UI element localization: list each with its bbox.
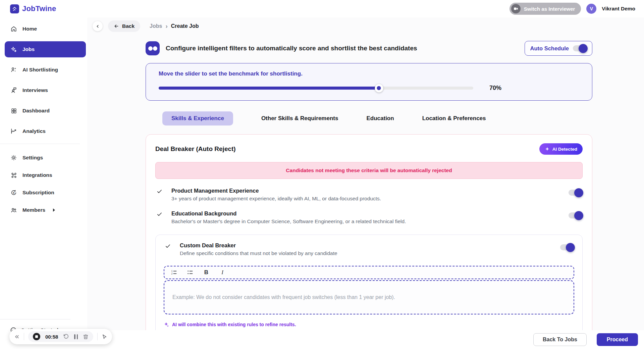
ai-note-text: AI will combine this with existing rules… — [172, 322, 296, 327]
sidebar-item-label: Settings — [22, 155, 43, 161]
sidebar-item-home[interactable]: Home — [0, 21, 86, 37]
item-title: Educational Background — [171, 210, 562, 217]
recorder-divider — [97, 333, 98, 340]
auto-reject-warning: Candidates not meeting these criteria wi… — [155, 162, 583, 179]
sidebar-item-members[interactable]: Members — [0, 202, 86, 218]
delete-recording-icon[interactable] — [83, 334, 89, 340]
user-name: Vikrant Demo — [602, 6, 635, 12]
gear-icon — [10, 154, 17, 161]
sidebar-item-analytics[interactable]: Analytics — [0, 123, 86, 139]
item-title: Product Management Experience — [171, 188, 562, 194]
benchmark-value: 70% — [489, 85, 501, 92]
sidebar-item-label: Integrations — [22, 172, 52, 178]
benchmark-panel: Move the slider to set the benchmark for… — [146, 63, 592, 101]
sidebar-item-label: Members — [22, 207, 45, 213]
person-sparkle-icon — [10, 66, 17, 73]
deal-breaker-item: Custom Deal Breaker Define specific cond… — [164, 242, 574, 256]
benchmark-slider[interactable] — [159, 87, 473, 90]
screen-recorder-toolbar: 00:58 — [9, 329, 112, 344]
stop-recording-button[interactable] — [33, 333, 40, 340]
sidebar-item-integrations[interactable]: Integrations — [0, 167, 86, 183]
item-toggle[interactable] — [569, 212, 583, 218]
chart-line-icon — [10, 128, 17, 135]
custom-deal-breaker-card: Custom Deal Breaker Define specific cond… — [155, 235, 583, 338]
bullet-list-button[interactable] — [186, 269, 194, 276]
proceed-button[interactable]: Proceed — [597, 333, 638, 346]
restart-recording-icon[interactable] — [63, 334, 69, 340]
auto-schedule-control[interactable]: Auto Schedule — [525, 41, 592, 56]
collapse-recorder-icon[interactable] — [14, 334, 20, 339]
check-icon — [157, 211, 164, 225]
chevron-right-icon — [53, 208, 55, 212]
breadcrumb-current: Create Job — [171, 23, 199, 29]
sidebar: Home Jobs AI Shortlisting Interviews Das… — [0, 17, 87, 349]
main-content: Back Jobs › Create Job Configure intelli… — [87, 17, 644, 349]
sidebar-item-label: Dashboard — [22, 108, 50, 114]
back-button[interactable]: Back — [108, 20, 140, 32]
breadcrumb-jobs[interactable]: Jobs — [150, 23, 162, 29]
cursor-pointer-icon[interactable] — [102, 334, 107, 340]
sidebar-item-jobs[interactable]: Jobs — [5, 41, 86, 57]
sidebar-bottom-divider — [0, 319, 70, 319]
check-icon — [165, 243, 172, 256]
breadcrumb-separator: › — [165, 22, 167, 30]
slider-fill — [159, 87, 379, 90]
slider-thumb[interactable] — [375, 84, 383, 92]
tab-skills-experience[interactable]: Skills & Experience — [162, 111, 233, 126]
sidebar-divider — [0, 144, 80, 144]
sidebar-item-label: Home — [22, 26, 37, 32]
sidebar-item-dashboard[interactable]: Dashboard — [0, 103, 86, 119]
switch-button-label: Switch as Interviewer — [524, 6, 575, 12]
item-toggle[interactable] — [569, 190, 583, 196]
deal-breaker-title: Deal Breaker (Auto Reject) — [155, 145, 236, 153]
members-icon — [10, 207, 17, 213]
brand-logo: JobTwine — [10, 4, 56, 13]
sidebar-item-ai-shortlisting[interactable]: AI Shortlisting — [0, 62, 86, 78]
sidebar-item-interviews[interactable]: Interviews — [0, 82, 86, 98]
benchmark-label: Move the slider to set the benchmark for… — [159, 70, 579, 77]
ai-filter-icon — [146, 41, 160, 55]
deal-breaker-item: Educational Background Bachelor's or Mas… — [155, 210, 583, 225]
back-to-jobs-button[interactable]: Back To Jobs — [533, 333, 587, 346]
pause-recording-icon[interactable] — [74, 334, 78, 339]
sidebar-item-label: Subscription — [22, 190, 54, 196]
recording-timer: 00:58 — [45, 334, 58, 340]
user-avatar[interactable]: V — [586, 4, 596, 14]
italic-button[interactable]: I — [219, 269, 226, 276]
auto-schedule-label: Auto Schedule — [530, 45, 569, 52]
sidebar-item-settings[interactable]: Settings — [0, 150, 86, 165]
item-title: Custom Deal Breaker — [180, 242, 553, 249]
sidebar-collapse-button[interactable] — [93, 21, 103, 31]
ai-detected-badge[interactable]: AI Detected — [539, 143, 583, 155]
svg-text:1: 1 — [171, 270, 173, 272]
tab-other-skills[interactable]: Other Skills & Requirements — [261, 115, 338, 122]
breadcrumb: Back Jobs › Create Job — [93, 19, 644, 33]
tab-education[interactable]: Education — [366, 115, 394, 122]
switch-as-interviewer-button[interactable]: Switch as Interviewer — [509, 3, 581, 15]
sidebar-item-label: AI Shortlisting — [22, 67, 58, 73]
brand-name: JobTwine — [22, 4, 56, 13]
sidebar-item-subscription[interactable]: $ Subscription — [0, 185, 86, 200]
check-icon — [157, 189, 164, 202]
recorder-divider — [24, 333, 24, 340]
bold-button[interactable]: B — [203, 269, 210, 276]
jobtwine-logo-icon — [10, 4, 19, 13]
item-description: Define specific conditions that must not… — [180, 250, 553, 256]
custom-rule-textarea[interactable]: Example: We do not consider candidates w… — [164, 280, 574, 314]
grid-icon — [10, 108, 17, 114]
home-icon — [10, 26, 17, 32]
auto-schedule-toggle[interactable] — [573, 45, 587, 51]
ordered-list-button[interactable]: 12 — [170, 269, 178, 276]
command-icon — [10, 172, 17, 179]
ai-note: AI will combine this with existing rules… — [164, 322, 574, 327]
interview-icon — [10, 87, 17, 94]
editor-toolbar: 12 B I — [164, 266, 574, 279]
deal-breaker-card: Deal Breaker (Auto Reject) AI Detected C… — [146, 134, 592, 349]
sparkle-icon — [545, 147, 550, 152]
item-description: 3+ years of product management experienc… — [171, 196, 562, 202]
sidebar-item-label: Analytics — [22, 128, 46, 134]
back-button-label: Back — [122, 23, 135, 29]
tab-location-preferences[interactable]: Location & Preferences — [422, 115, 486, 122]
item-toggle[interactable] — [560, 244, 574, 250]
textarea-placeholder: Example: We do not consider candidates w… — [172, 294, 395, 300]
